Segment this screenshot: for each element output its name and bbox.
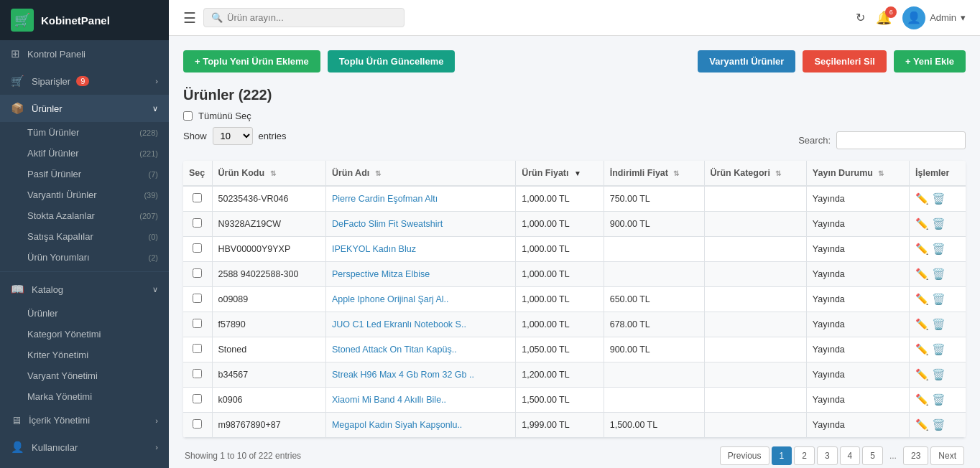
sidebar-item-kategori-yonetimi[interactable]: Kategori Yönetimi bbox=[0, 324, 169, 345]
edit-icon[interactable]: ✏️ bbox=[915, 368, 929, 381]
col-urun-kategori[interactable]: Ürün Kategori bbox=[704, 161, 806, 186]
edit-icon[interactable]: ✏️ bbox=[915, 393, 929, 406]
col-urun-adi[interactable]: Ürün Adı bbox=[325, 161, 515, 186]
siparisler-arrow: › bbox=[155, 77, 158, 85]
row-checkbox[interactable] bbox=[193, 218, 202, 228]
page-btn-4[interactable]: 4 bbox=[840, 446, 861, 465]
table-search-input[interactable] bbox=[836, 131, 966, 149]
delete-selected-button[interactable]: Seçilenleri Sil bbox=[803, 50, 887, 72]
bulk-add-button[interactable]: + Toplu Yeni Ürün Ekleme bbox=[183, 50, 320, 72]
row-checkbox[interactable] bbox=[193, 344, 202, 353]
edit-icon[interactable]: ✏️ bbox=[915, 217, 929, 230]
sidebar-item-katalog[interactable]: 📖 Katalog ∨ bbox=[0, 276, 169, 303]
page-btn-1[interactable]: 1 bbox=[772, 446, 792, 465]
row-kod: 50235436-VR046 bbox=[212, 186, 325, 212]
sidebar-item-siparisler[interactable]: 🛒 Siparişler 9 › bbox=[0, 67, 169, 95]
select-all-checkbox[interactable] bbox=[183, 111, 193, 121]
row-adi: Xiaomi Mi Band 4 Akıllı Bile.. bbox=[325, 388, 515, 413]
sidebar-item-kullanicilar[interactable]: 👤 Kullanıcılar › bbox=[0, 434, 169, 461]
sidebar-item-stokta-azalanlar[interactable]: Stokta Azalanlar (207) bbox=[0, 205, 169, 226]
row-checkbox[interactable] bbox=[193, 193, 202, 202]
row-checkbox[interactable] bbox=[193, 369, 202, 378]
sidebar-item-icerik-yonetimi[interactable]: 🖥 İçerik Yönetimi › bbox=[0, 407, 169, 434]
sidebar-item-urun-yorumlari[interactable]: Ürün Yorumları (2) bbox=[0, 247, 169, 268]
delete-icon[interactable]: 🗑️ bbox=[932, 393, 946, 406]
row-checkbox[interactable] bbox=[193, 419, 202, 429]
row-fiyat: 1,000.00 TL bbox=[516, 312, 604, 337]
sidebar-item-tum-urunler[interactable]: Tüm Ürünler (228) bbox=[0, 122, 169, 143]
delete-icon[interactable]: 🗑️ bbox=[932, 343, 946, 356]
row-adi-link[interactable]: Xiaomi Mi Band 4 Akıllı Bile.. bbox=[332, 395, 446, 405]
row-adi-link[interactable]: DeFacto Slim Fit Sweatshirt bbox=[332, 219, 443, 229]
row-adi-link[interactable]: Pierre Cardin Eşofman Altı bbox=[332, 194, 438, 204]
delete-icon[interactable]: 🗑️ bbox=[932, 192, 946, 205]
new-add-button[interactable]: + Yeni Ekle bbox=[894, 50, 966, 72]
variant-products-button[interactable]: Varyantlı Ürünler bbox=[698, 50, 795, 72]
col-indirimli-fiyat[interactable]: İndirimli Fiyat bbox=[604, 161, 704, 186]
sidebar-item-aktif-urunler[interactable]: Aktif Ürünler (221) bbox=[0, 143, 169, 164]
row-kategori bbox=[704, 262, 806, 287]
edit-icon[interactable]: ✏️ bbox=[915, 343, 929, 356]
sidebar-item-katalog-urunler[interactable]: Ürünler bbox=[0, 303, 169, 324]
page-btn-23[interactable]: 23 bbox=[903, 446, 928, 465]
notifications-button[interactable]: 🔔 6 bbox=[876, 10, 892, 26]
edit-icon[interactable]: ✏️ bbox=[915, 243, 929, 256]
prev-button[interactable]: Previous bbox=[720, 446, 769, 465]
edit-icon[interactable]: ✏️ bbox=[915, 192, 929, 205]
sidebar-item-pasif-urunler[interactable]: Pasif Ürünler (7) bbox=[0, 164, 169, 184]
row-adi-link[interactable]: Megapol Kadın Siyah Kapşonlu.. bbox=[332, 420, 462, 430]
row-adi-link[interactable]: Streak H96 Max 4 Gb Rom 32 Gb .. bbox=[332, 370, 474, 380]
row-checkbox[interactable] bbox=[193, 394, 202, 403]
col-urun-kodu[interactable]: Ürün Kodu bbox=[212, 161, 325, 186]
delete-icon[interactable]: 🗑️ bbox=[932, 318, 946, 331]
col-yayin-durumu[interactable]: Yayın Durumu bbox=[806, 161, 909, 186]
row-checkbox[interactable] bbox=[193, 294, 202, 303]
sidebar-label-kontrol-paneli: Kontrol Paneli bbox=[27, 49, 85, 60]
entries-label: entries bbox=[259, 131, 287, 141]
row-checkbox[interactable] bbox=[193, 243, 202, 253]
search-input[interactable] bbox=[227, 12, 397, 23]
row-adi-link[interactable]: Perspective Mitza Elbise bbox=[332, 269, 430, 279]
sidebar-item-varyant-yonetimi[interactable]: Varyant Yönetimi bbox=[0, 365, 169, 386]
row-adi-link[interactable]: JUO C1 Led Ekranlı Notebook S.. bbox=[332, 319, 466, 329]
delete-icon[interactable]: 🗑️ bbox=[932, 293, 946, 306]
sidebar: 🛒 KobinetPanel ⊞ Kontrol Paneli 🛒 Sipari… bbox=[0, 0, 169, 468]
sidebar-item-kriter-yonetimi[interactable]: Kriter Yönetimi bbox=[0, 345, 169, 365]
table-row: N9328AZ19CW DeFacto Slim Fit Sweatshirt … bbox=[183, 212, 966, 237]
row-durum: Yayında bbox=[806, 312, 909, 337]
row-checkbox[interactable] bbox=[193, 319, 202, 328]
sidebar-item-urunler[interactable]: 📦 Ürünler ∨ bbox=[0, 95, 169, 122]
row-adi-link[interactable]: Stoned Attack On Titan Kapüş.. bbox=[332, 345, 457, 355]
sidebar-item-kontrol-paneli[interactable]: ⊞ Kontrol Paneli bbox=[0, 40, 169, 67]
user-menu-button[interactable]: 👤 Admin ▾ bbox=[902, 6, 966, 29]
page-btn-2[interactable]: 2 bbox=[794, 446, 815, 465]
sidebar-item-varyantli-urunler[interactable]: Varyantlı Ürünler (39) bbox=[0, 184, 169, 205]
hamburger-menu-button[interactable]: ☰ bbox=[183, 9, 196, 27]
page-btn-3[interactable]: 3 bbox=[817, 446, 838, 465]
show-count-select[interactable]: 10 25 50 100 bbox=[213, 127, 253, 145]
edit-icon[interactable]: ✏️ bbox=[915, 293, 929, 306]
delete-icon[interactable]: 🗑️ bbox=[932, 243, 946, 256]
edit-icon[interactable]: ✏️ bbox=[915, 318, 929, 331]
row-indirimli: 650.00 TL bbox=[604, 287, 704, 312]
row-adi-link[interactable]: IPEKYOL Kadın Bluz bbox=[332, 244, 416, 254]
bulk-update-button[interactable]: Toplu Ürün Güncelleme bbox=[328, 50, 456, 72]
row-checkbox[interactable] bbox=[193, 268, 202, 278]
delete-icon[interactable]: 🗑️ bbox=[932, 268, 946, 281]
delete-icon[interactable]: 🗑️ bbox=[932, 217, 946, 230]
sidebar-item-marka-yonetimi[interactable]: Marka Yönetimi bbox=[0, 386, 169, 407]
delete-icon[interactable]: 🗑️ bbox=[932, 368, 946, 381]
katalog-urunler-label: Ürünler bbox=[27, 308, 58, 319]
edit-icon[interactable]: ✏️ bbox=[915, 268, 929, 281]
sidebar-item-satisa-kapalanlar[interactable]: Satışa Kapalılar (0) bbox=[0, 226, 169, 247]
page-btn-5[interactable]: 5 bbox=[862, 446, 883, 465]
row-adi-link[interactable]: Apple Iphone Orijinal Şarj Al.. bbox=[332, 294, 449, 304]
row-fiyat: 1,200.00 TL bbox=[516, 362, 604, 388]
icerik-arrow: › bbox=[155, 416, 158, 425]
next-button[interactable]: Next bbox=[930, 446, 964, 465]
col-urun-fiyati[interactable]: Ürün Fiyatı bbox=[516, 161, 604, 186]
delete-icon[interactable]: 🗑️ bbox=[932, 418, 946, 431]
edit-icon[interactable]: ✏️ bbox=[915, 418, 929, 431]
row-checkbox-cell bbox=[183, 388, 212, 413]
refresh-icon[interactable]: ↻ bbox=[856, 11, 865, 24]
